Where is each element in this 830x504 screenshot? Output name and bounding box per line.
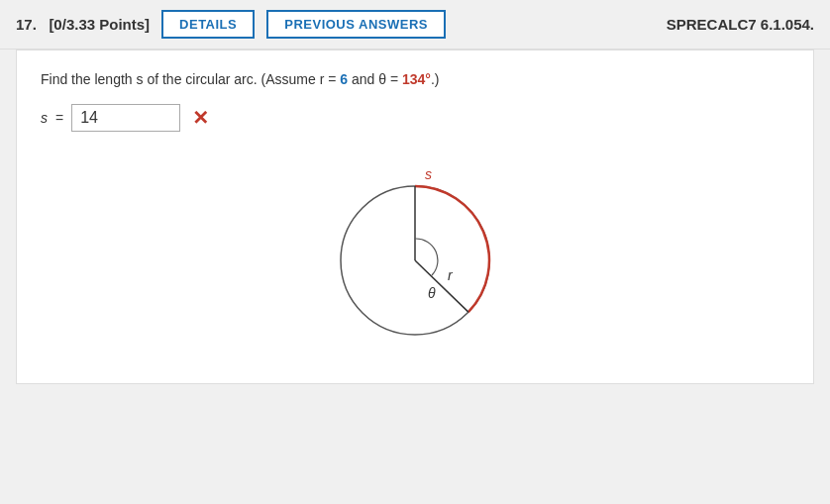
circle-diagram: s r θ	[311, 151, 519, 359]
svg-line-2	[415, 260, 468, 312]
theta-label: θ	[428, 285, 436, 301]
theta-value: 134°	[402, 71, 431, 87]
answer-label: s	[41, 110, 48, 126]
details-button[interactable]: DETAILS	[161, 10, 255, 39]
problem-points: [0/3.33 Points]	[49, 16, 150, 33]
r-value: 6	[340, 71, 348, 87]
answer-equals: =	[55, 110, 63, 126]
page-wrapper: 17. [0/3.33 Points] DETAILS PREVIOUS ANS…	[0, 0, 830, 504]
problem-number: 17. [0/3.33 Points]	[16, 16, 150, 33]
s-label: s	[425, 166, 432, 182]
diagram-container: s r θ	[41, 151, 789, 359]
r-label: r	[448, 267, 454, 283]
previous-answers-button[interactable]: PREVIOUS ANSWERS	[266, 10, 446, 39]
problem-id: SPRECALC7 6.1.054.	[667, 16, 814, 33]
header-bar: 17. [0/3.33 Points] DETAILS PREVIOUS ANS…	[0, 0, 830, 50]
problem-number-text: 17.	[16, 16, 37, 33]
answer-row: s = ✕	[41, 104, 789, 132]
problem-text: Find the length s of the circular arc. (…	[41, 68, 789, 90]
incorrect-mark: ✕	[192, 106, 209, 130]
answer-input[interactable]	[71, 104, 180, 132]
content-area: Find the length s of the circular arc. (…	[16, 50, 814, 384]
